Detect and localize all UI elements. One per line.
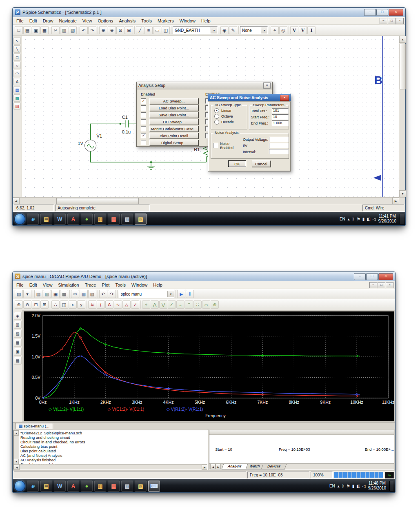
edit-symbol-icon[interactable]: ◫ [162,26,170,34]
noise-input[interactable] [269,149,289,154]
cursor-trough-icon[interactable]: ⋁ [159,300,167,309]
combo-arrow-icon[interactable]: ▼ [261,27,267,33]
action-center-icon[interactable]: ⚑ [357,217,360,221]
cursor-min-icon[interactable]: ⌄ [176,300,184,309]
menu-item[interactable]: View [40,281,56,289]
menu-item[interactable]: Options [95,17,116,24]
eval-function-icon[interactable]: ƒ [97,300,105,309]
mark-data-points-icon[interactable]: ∴ [51,300,60,309]
scrollbar-thumb[interactable] [400,44,406,89]
draw-wire-icon[interactable]: ╱ [136,26,144,34]
draw-line-icon[interactable]: ╲ [13,45,21,53]
noise-input[interactable] [269,137,289,142]
menu-item[interactable]: File [13,281,27,289]
draw-bus-icon[interactable]: ≡ [144,26,153,34]
word-icon[interactable]: W [54,214,66,225]
log-y-axis-icon[interactable]: y [77,300,85,309]
power-icon[interactable]: ▮ [352,484,355,488]
scroll-down-icon[interactable]: ▼ [399,190,406,197]
noise-input[interactable] [269,143,289,148]
enabled-checkbox[interactable]: ✓ [141,98,146,104]
mark-label-icon[interactable]: ⊕ [211,300,219,309]
explorer-icon[interactable]: ▤ [40,214,52,225]
scroll-left-icon[interactable]: ◀ [14,465,20,470]
run-simulation-icon[interactable]: ▶ [177,290,185,298]
volume-icon[interactable]: ◁ [362,484,366,488]
cursor-peak-icon[interactable]: ⋀ [151,300,159,309]
enabled-checkbox[interactable]: ✓ [141,133,146,138]
sweep-type-radio[interactable]: Octave [214,113,247,119]
performance-analysis-icon[interactable]: △ [122,300,131,309]
cut-icon[interactable]: ✂ [71,290,79,298]
power-icon[interactable]: ▮ [362,217,365,221]
menu-item[interactable]: Trace [82,281,99,289]
menu-item[interactable]: Tools [112,281,129,289]
zoom-out-icon[interactable]: ⊖ [108,26,116,34]
zoom-in-icon[interactable]: ⊕ [99,26,107,34]
cursor-max-icon[interactable]: ⌃ [185,300,193,309]
print-icon[interactable]: ▦ [60,290,68,298]
mdi-restore-button[interactable]: □ [388,18,396,24]
undo-icon[interactable]: ↶ [80,26,88,34]
onscreen-keyboard-icon[interactable]: ⌨ [148,481,160,492]
marker-combo[interactable]: None ▼ [240,26,268,34]
ok-button[interactable]: OK [228,160,246,167]
dialog-title-bar[interactable]: Analysis Setup × [137,82,272,89]
scroll-up-icon[interactable]: ▲ [399,36,406,43]
paste-icon[interactable]: ▧ [14,330,22,338]
copy-icon[interactable]: ▥ [60,26,68,34]
minimize-button[interactable]: − [354,273,366,280]
zoom-area-icon[interactable]: ⊡ [116,26,124,34]
voltage-marker-icon[interactable]: V [290,26,298,34]
bluetooth-icon[interactable]: ᛒ [342,484,344,488]
scroll-up-icon[interactable]: ▲ [14,430,19,436]
cursor-slope-icon[interactable]: ∠ [168,300,176,309]
enabled-checkbox[interactable] [141,105,146,111]
mdi-close-button[interactable]: × [386,282,393,288]
mdi-restore-button[interactable]: □ [378,282,385,288]
r1-refdes[interactable]: R1 [194,147,200,152]
chart-app-icon[interactable]: ▨ [121,214,133,225]
copy-icon[interactable]: ▥ [14,321,22,329]
print-icon[interactable]: ▦ [40,26,49,34]
redo-icon[interactable]: ↷ [88,26,96,34]
action-center-icon[interactable]: ⚑ [347,484,350,488]
v1-value[interactable]: 1V [78,141,83,146]
analysis-setup-button[interactable]: Bias Point Detail [149,133,198,139]
draw-block-icon[interactable]: ▭ [153,26,161,34]
tab-scroll-right-icon[interactable]: ▶ [216,464,221,469]
draw-arc-icon[interactable]: ◠ [13,70,21,77]
status-tab[interactable]: Analysis [222,464,248,469]
menu-item[interactable]: Plot [99,281,112,289]
documents-icon[interactable]: ▥ [94,481,106,492]
grid-icon[interactable]: ▩ [14,357,22,365]
bluetooth-icon[interactable]: ᛒ [352,217,355,221]
dialog-close-button[interactable]: × [280,95,289,101]
menu-item[interactable]: Navigate [56,17,79,24]
enabled-checkbox[interactable] [141,140,146,145]
zoom-fit-icon[interactable]: ⊞ [125,26,133,34]
save-icon[interactable]: ▣ [51,290,60,298]
analysis-setup-button[interactable]: Monte Carlo/Worst Case... [149,126,198,132]
ie-icon[interactable]: e [27,214,39,225]
mdi-close-button[interactable]: × [396,18,404,24]
print-plot-icon[interactable]: ▦ [14,339,22,347]
parameter-input[interactable]: 1.00K [272,120,289,126]
horizontal-scrollbar[interactable]: ◀ ▶ [13,197,405,204]
tab-scroll-left-icon[interactable]: ◀ [210,464,216,469]
sweep-type-radio[interactable]: Decade [214,119,247,125]
zoom-out-icon[interactable]: ⊖ [23,300,31,309]
menu-item[interactable]: File [13,17,27,24]
redo-icon[interactable]: ↷ [108,290,116,298]
new-profile-icon[interactable]: ▤ [15,290,23,298]
save-icon[interactable]: ▣ [32,26,40,34]
scrollbar-thumb[interactable] [56,198,139,204]
menu-item[interactable]: Simulation [55,281,82,289]
log-x-axis-icon[interactable]: x [69,300,77,309]
menu-item[interactable]: Window [129,281,150,289]
output-vertical-scrollbar[interactable]: ▲ ▼ [14,430,19,464]
enabled-checkbox[interactable] [141,126,146,131]
start-button[interactable] [14,214,25,225]
mdi-minimize-button[interactable]: − [380,18,387,24]
simulate-icon[interactable]: ▨ [13,102,21,110]
